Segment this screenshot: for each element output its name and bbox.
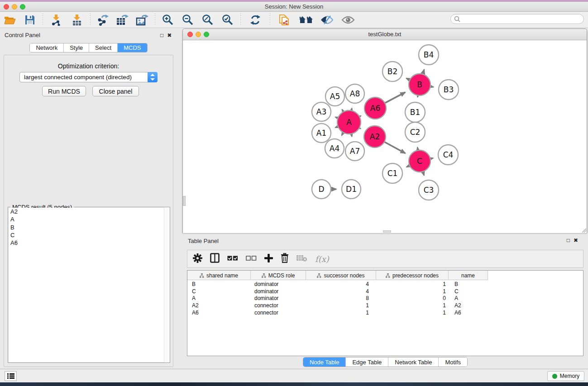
table-panel-title: Table Panel [188, 238, 219, 244]
zoom-fit-icon[interactable] [198, 13, 218, 27]
table-tab-edge-table[interactable]: Edge Table [346, 357, 388, 367]
zoom-out-icon[interactable] [178, 13, 198, 27]
table-tab-network-table[interactable]: Network Table [388, 357, 439, 367]
control-panel: Control Panel □✖ NetworkStyleSelectMCDS … [0, 28, 177, 369]
zoom-selected-icon[interactable] [218, 13, 238, 27]
graph-node-label-C1: C1 [387, 169, 398, 178]
export-image-icon[interactable] [132, 13, 152, 27]
float-panel-icon[interactable]: □ [160, 32, 167, 38]
search-field[interactable] [450, 14, 584, 24]
close-panel-button[interactable]: Close panel [92, 86, 139, 96]
network-window-title: testGlobe.txt [183, 29, 587, 40]
column-header-shared-name[interactable]: shared name [187, 271, 251, 280]
table-row[interactable]: Bdominator41B [187, 281, 583, 288]
export-network-icon[interactable] [93, 13, 112, 27]
import-table-icon[interactable] [67, 13, 87, 27]
list-icon [7, 373, 14, 379]
result-list-item[interactable]: A [9, 215, 169, 223]
table-row[interactable]: Cdominator41C [187, 288, 583, 295]
column-settings-gear-icon[interactable] [193, 253, 202, 265]
memory-button[interactable]: Memory [547, 371, 584, 381]
column-header-name[interactable]: name [449, 271, 488, 280]
home-views-icon[interactable] [296, 13, 316, 27]
node-table[interactable]: shared nameMCDS rolesuccessor nodesprede… [187, 270, 583, 356]
table-cell: A [449, 295, 488, 301]
zoom-in-icon[interactable] [158, 13, 178, 27]
graph-canvas[interactable]: B4B2BB3A5A8A6A3B1AC2A1A2A4A7C4CC1C3DD1 [183, 40, 587, 233]
show-all-eye-icon[interactable] [337, 13, 359, 27]
unselect-all-columns-icon[interactable] [246, 255, 257, 263]
column-header-MCDS-role[interactable]: MCDS role [251, 271, 306, 280]
toolbar-separator [90, 14, 91, 26]
refresh-icon[interactable] [244, 13, 267, 27]
network-close-light[interactable] [187, 32, 193, 37]
column-header-label: successor nodes [324, 272, 364, 279]
network-minimize-light[interactable] [196, 32, 201, 37]
graph-node-label-A6: A6 [370, 104, 380, 113]
mcds-tab-content: Optimization criterion: largest connecte… [4, 55, 173, 367]
result-list-item[interactable]: A2 [9, 208, 169, 215]
result-list-item[interactable]: C [9, 231, 169, 239]
graph-node-label-A3: A3 [316, 107, 326, 116]
network-zoom-light[interactable] [204, 32, 209, 37]
result-list-scrollbar[interactable] [164, 207, 170, 362]
canvas-vertical-scrollbar[interactable] [183, 196, 186, 206]
table-tab-motifs[interactable]: Motifs [439, 357, 467, 367]
close-panel-icon[interactable]: ✖ [574, 237, 582, 243]
result-list-item[interactable]: A6 [9, 239, 169, 247]
table-row[interactable]: A2connector11A2 [187, 302, 583, 309]
table-row[interactable]: A6connector11A6 [187, 309, 583, 316]
float-panel-icon[interactable]: □ [567, 237, 574, 243]
tab-network[interactable]: Network [30, 43, 64, 52]
export-table-icon[interactable] [112, 13, 132, 27]
open-file-icon[interactable] [0, 13, 20, 27]
optimization-criterion-dropdown[interactable]: largest connected component (directed) [19, 72, 158, 82]
table-toolbar: f(x) [187, 250, 583, 268]
show-panels-list-button[interactable] [5, 371, 17, 381]
table-cell: 4 [306, 281, 376, 287]
column-header-label: name [461, 272, 475, 279]
show-columns-icon[interactable] [210, 253, 220, 265]
zoom-window-light[interactable] [20, 4, 25, 10]
table-row[interactable]: Adominator80A [187, 295, 583, 302]
control-panel-title: Control Panel [5, 32, 40, 38]
window-resize-grip[interactable] [581, 228, 586, 233]
toolbar-separator [155, 14, 155, 26]
control-panel-window-icons: □✖ [160, 32, 175, 38]
hide-selected-eye-slash-icon[interactable] [316, 13, 337, 27]
table-cell: B [449, 281, 488, 287]
select-all-columns-icon[interactable] [227, 255, 238, 263]
graph-edge-A6-B[interactable] [384, 92, 405, 104]
graph-edge-A2-C[interactable] [383, 142, 405, 153]
table-cell: A6 [187, 310, 251, 316]
network-window-titlebar[interactable]: testGlobe.txt [183, 29, 587, 40]
tab-style[interactable]: Style [64, 43, 89, 52]
column-header-predecessor-nodes[interactable]: predecessor nodes [376, 271, 449, 280]
column-header-successor-nodes[interactable]: successor nodes [306, 271, 376, 280]
network-canvas[interactable]: B4B2BB3A5A8A6A3B1AC2A1A2A4A7C4CC1C3DD1 [183, 40, 587, 233]
column-header-label: MCDS role [268, 272, 295, 279]
table-tab-node-table[interactable]: Node Table [303, 357, 346, 367]
tab-mcds[interactable]: MCDS [118, 43, 147, 52]
graph-node-label-C3: C3 [424, 186, 434, 195]
table-cell: 1 [376, 281, 449, 287]
search-input[interactable] [460, 15, 583, 23]
run-mcds-button[interactable]: Run MCDS [42, 86, 86, 96]
close-panel-icon[interactable]: ✖ [167, 32, 175, 38]
delete-column-trash-icon[interactable] [281, 253, 289, 265]
copy-style-icon[interactable] [273, 13, 296, 27]
mcds-result-list[interactable]: A2ABCA6 [9, 208, 169, 362]
graph-node-label-B: B [417, 80, 422, 89]
minimize-window-light[interactable] [12, 4, 17, 10]
import-network-icon[interactable] [46, 13, 67, 27]
table-cell: 4 [306, 288, 376, 295]
table-cell: B [187, 281, 251, 287]
graph-node-label-A5: A5 [330, 92, 340, 101]
add-column-icon[interactable] [264, 254, 273, 264]
result-list-item[interactable]: B [9, 224, 169, 231]
tab-select[interactable]: Select [89, 43, 118, 52]
close-window-light[interactable] [4, 4, 9, 10]
toolbar-separator [240, 14, 241, 26]
canvas-horizontal-scrollbar[interactable] [383, 230, 391, 233]
save-session-icon[interactable] [20, 13, 40, 27]
